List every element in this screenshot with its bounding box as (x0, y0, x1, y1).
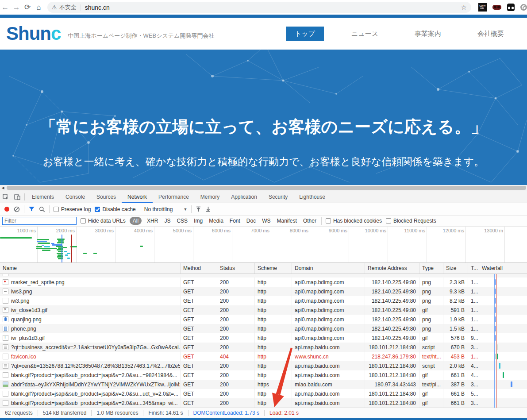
forward-icon[interactable]: → (11, 3, 21, 12)
filter-type-img[interactable]: Img (193, 217, 204, 225)
column-header-method[interactable]: Method (181, 263, 217, 274)
site-nav-item-0[interactable]: トップ (286, 27, 324, 41)
checkbox-unchecked-icon[interactable] (54, 207, 59, 212)
import-har-icon[interactable] (196, 206, 201, 212)
filter-type-ws[interactable]: WS (261, 217, 271, 225)
table-row[interactable]: iw3.pngGET200httpapi0.map.bdimg.com182.1… (0, 296, 527, 305)
record-icon[interactable] (4, 206, 10, 212)
url-text[interactable]: shunc.cn (85, 4, 461, 11)
page-horizontal-scrollbar[interactable]: ◀ (0, 185, 527, 191)
column-header-name[interactable]: Name (0, 263, 181, 274)
scroll-left-arrow-icon[interactable]: ◀ (0, 185, 6, 191)
tab-elements[interactable]: Elements (26, 191, 60, 203)
table-row[interactable]: ?qt=cen&b=13526788.12%2C3650487.26%3B135… (0, 361, 527, 370)
checkbox-unchecked-icon[interactable] (326, 218, 331, 223)
network-filter-input[interactable] (2, 217, 77, 225)
tab-memory[interactable]: Memory (195, 191, 225, 203)
tab-sources[interactable]: Sources (91, 191, 122, 203)
table-row[interactable]: iw_close1d3.gifGET200httpapi0.map.bdimg.… (0, 305, 527, 315)
tab-security[interactable]: Security (263, 191, 293, 203)
device-toolbar-icon[interactable] (12, 194, 23, 200)
table-row[interactable]: iw_plus1d3.gifGET200httpapi0.map.bdimg.c… (0, 333, 527, 343)
name-cell[interactable]: iw3.png (0, 296, 181, 305)
name-cell[interactable]: quanjing.png (0, 315, 181, 324)
tab-application[interactable]: Application (225, 191, 263, 203)
preserve-log-checkbox[interactable]: Preserve log (54, 206, 91, 212)
table-row[interactable]: abdr?data=eyJkYXRhIjoiMDdhY2YwYTNjY2ViMW… (0, 380, 527, 389)
filter-type-css[interactable]: CSS (176, 217, 188, 225)
checkbox-checked-icon[interactable] (95, 207, 100, 212)
search-icon[interactable] (39, 206, 45, 212)
scrollbar-thumb[interactable] (7, 186, 526, 190)
site-logo[interactable]: Shunc (6, 24, 61, 43)
name-cell[interactable]: ?qt=business_accredit&v=2.1&ak=tsnetU0Yy… (0, 343, 181, 352)
mask-extension-icon[interactable] (492, 5, 501, 10)
export-har-icon[interactable] (205, 206, 211, 212)
name-cell[interactable]: iw_close1d3.gif (0, 305, 181, 315)
checkbox-unchecked-icon[interactable] (81, 218, 86, 223)
column-header-type[interactable]: Type (419, 263, 443, 274)
column-header-remoteaddress[interactable]: Remote Address (365, 263, 419, 274)
blocked-requests-checkbox[interactable]: Blocked Requests (386, 218, 436, 224)
dots-extension-icon[interactable] (507, 4, 515, 11)
tab-console[interactable]: Console (60, 191, 91, 203)
table-row[interactable]: favicon.icoGET404httpwww.shunc.cn218.247… (0, 352, 527, 361)
hide-data-urls-checkbox[interactable]: Hide data URLs (81, 218, 126, 224)
home-icon[interactable]: ⌂ (34, 3, 44, 12)
name-cell[interactable]: blank.gif?product=jsapi&sub_product=jsap… (0, 398, 181, 408)
refresh-icon[interactable]: ⟳ (23, 3, 33, 12)
column-header-waterfall[interactable]: Waterfall (479, 263, 527, 274)
site-nav-item-1[interactable]: ニュース (342, 27, 387, 41)
table-row[interactable]: blank.gif?product=jsapi&sub_product=jsap… (0, 389, 527, 398)
name-cell[interactable]: blank.gif?product=jsapi&sub_product=jsap… (0, 370, 181, 380)
back-icon[interactable]: ← (0, 3, 10, 12)
filter-type-font[interactable]: Font (229, 217, 241, 225)
column-header-domain[interactable]: Domain (292, 263, 365, 274)
tab-network[interactable]: Network (122, 191, 153, 203)
table-row[interactable]: quanjing.pngGET200httpapi0.map.bdimg.com… (0, 315, 527, 324)
column-header-t[interactable]: T... (468, 263, 479, 274)
filter-type-doc[interactable]: Doc (246, 217, 257, 225)
table-row[interactable]: iws3.pngGET200httpapi0.map.bdimg.com182.… (0, 287, 527, 296)
column-header-scheme[interactable]: Scheme (255, 263, 292, 274)
name-cell[interactable]: ?qt=cen&b=13526788.12%2C3650487.26%3B135… (0, 361, 181, 370)
copy-url-extension-icon[interactable]: COPY URL (478, 3, 487, 12)
throttling-dropdown[interactable]: No throttling ▼ (144, 206, 188, 212)
clear-icon[interactable] (14, 206, 20, 212)
table-row[interactable]: ?qt=business_accredit&v=2.1&ak=tsnetU0Yy… (0, 343, 527, 352)
column-header-status[interactable]: Status (217, 263, 255, 274)
table-row[interactable]: blank.gif?product=jsapi&sub_product=jsap… (0, 370, 527, 380)
name-cell[interactable]: iws3.png (0, 287, 181, 296)
table-row-partial[interactable] (0, 274, 527, 277)
address-bar[interactable]: ⚠ 不安全 shunc.cn ☆ (47, 2, 471, 13)
disable-cache-checkbox[interactable]: Disable cache (95, 206, 135, 212)
warning-icon[interactable]: ⚠ (52, 4, 57, 11)
filter-type-xhr[interactable]: XHR (146, 217, 159, 225)
table-row[interactable]: blank.gif?product=jsapi&sub_product=jsap… (0, 398, 527, 408)
bookmark-star-icon[interactable]: ☆ (461, 4, 467, 12)
checkbox-unchecked-icon[interactable] (386, 218, 391, 223)
tab-performance[interactable]: Performance (153, 191, 195, 203)
filter-type-js[interactable]: JS (163, 217, 171, 225)
inspect-element-icon[interactable] (0, 194, 12, 200)
ring-extension-icon[interactable] (520, 4, 527, 11)
filter-funnel-icon[interactable] (28, 206, 35, 212)
name-cell[interactable]: favicon.ico (0, 352, 181, 361)
table-row[interactable]: marker_red_sprite.pngGET200httpapi0.map.… (0, 277, 527, 287)
column-header-size[interactable]: Size (443, 263, 468, 274)
table-row[interactable]: phone.pngGET200httpapi0.map.bdimg.com182… (0, 324, 527, 333)
network-overview-timeline[interactable]: 1000 ms2000 ms3000 ms4000 ms5000 ms6000 … (0, 227, 527, 263)
filter-type-manifest[interactable]: Manifest (276, 217, 298, 225)
tab-lighthouse[interactable]: Lighthouse (293, 191, 331, 203)
site-nav-item-2[interactable]: 事業案内 (406, 27, 450, 41)
name-cell[interactable]: iw_plus1d3.gif (0, 333, 181, 343)
name-cell[interactable]: abdr?data=eyJkYXRhIjoiMDdhY2YwYTNjY2ViMW… (0, 380, 181, 389)
filter-type-all[interactable]: All (130, 217, 142, 225)
filter-type-other[interactable]: Other (302, 217, 317, 225)
name-cell[interactable]: blank.gif?product=jsapi&sub_product=jsap… (0, 389, 181, 398)
site-nav-item-3[interactable]: 会社概要 (469, 27, 513, 41)
filter-type-media[interactable]: Media (208, 217, 224, 225)
name-cell[interactable]: phone.png (0, 324, 181, 333)
has-blocked-cookies-checkbox[interactable]: Has blocked cookies (326, 218, 382, 224)
name-cell[interactable]: marker_red_sprite.png (0, 277, 181, 287)
